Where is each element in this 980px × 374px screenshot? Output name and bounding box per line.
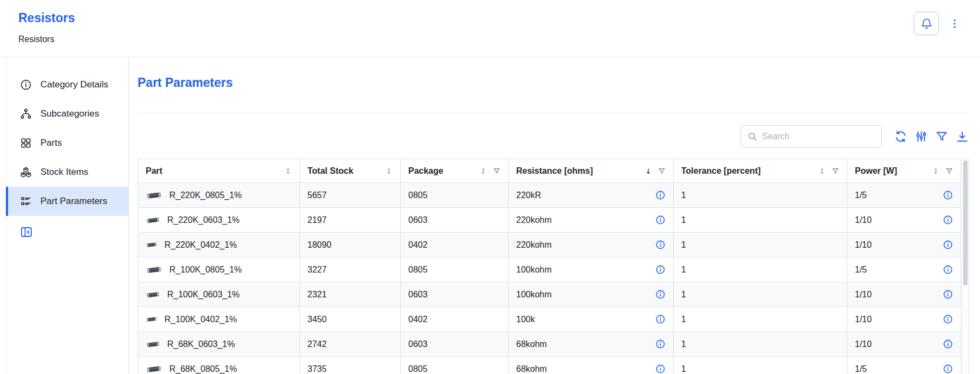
info-circle-icon[interactable] [943, 314, 953, 324]
part-name: R_100K_0402_1% [165, 315, 237, 324]
part-name: R_68K_0603_1% [167, 339, 235, 349]
sidebar-item-category-details[interactable]: Category Details [6, 70, 128, 99]
info-circle-icon[interactable] [655, 240, 666, 250]
cell-part: R_68K_0805_1% [138, 357, 300, 374]
page-header-left: Resistors Resistors [18, 11, 75, 57]
cell-tolerance: 1 [674, 257, 847, 282]
cell-resistance: 100kohm [509, 282, 674, 307]
overflow-menu-button[interactable] [949, 12, 961, 35]
cell-part: R_220K_0402_1% [138, 233, 300, 257]
sort-icon[interactable] [479, 167, 487, 175]
package-value: 0603 [408, 290, 428, 299]
download-button[interactable] [955, 130, 969, 144]
info-circle-icon[interactable] [655, 314, 666, 324]
info-circle-icon[interactable] [943, 190, 953, 200]
column-header-tolerance-percent[interactable]: Tolerance [percent] [674, 159, 847, 183]
collapse-sidebar-button[interactable] [20, 226, 33, 240]
cell-total-stock: 2742 [300, 332, 401, 357]
search-input[interactable] [762, 132, 875, 141]
cell-part: R_220K_0805_1% [138, 183, 300, 208]
table-row[interactable]: R_100K_0805_1%32270805100kohm11/5 [138, 257, 961, 282]
cell-power: 1/5 [847, 257, 961, 282]
info-circle-icon[interactable] [943, 264, 953, 275]
table-row[interactable]: R_100K_0603_1%23210603100kohm11/10 [138, 282, 961, 307]
cell-total-stock: 3450 [300, 307, 401, 332]
table-row[interactable]: R_68K_0805_1%3735080568kohm11/5 [138, 357, 961, 374]
tolerance-value: 1 [681, 315, 686, 324]
table-scrollbar[interactable] [962, 159, 969, 374]
collapse-panel-icon [20, 226, 33, 239]
info-circle-icon[interactable] [943, 364, 953, 374]
column-filter-icon[interactable] [832, 167, 839, 175]
cell-package: 0805 [401, 257, 509, 282]
info-circle-icon[interactable] [655, 215, 666, 225]
sidebar-item-label: Subcategories [40, 108, 99, 119]
sidebar-item-parts[interactable]: Parts [6, 128, 128, 158]
column-filter-icon[interactable] [493, 167, 501, 175]
info-circle-icon[interactable] [943, 215, 953, 225]
cell-tolerance: 1 [674, 233, 847, 257]
info-circle-icon[interactable] [943, 240, 953, 250]
page-header-actions [914, 12, 961, 57]
tolerance-value: 1 [681, 290, 686, 299]
total-stock-value: 3450 [307, 315, 327, 324]
column-header-resistance-ohms[interactable]: Resistance [ohms] [509, 159, 674, 183]
table-scrollbar-thumb[interactable] [963, 160, 968, 285]
column-header-part[interactable]: Part [138, 159, 300, 183]
refresh-button[interactable] [894, 130, 908, 144]
info-circle-icon[interactable] [655, 364, 666, 374]
info-circle-icon[interactable] [655, 339, 666, 349]
info-circle-icon[interactable] [655, 289, 666, 300]
power-value: 1/10 [855, 240, 872, 250]
cell-package: 0805 [401, 357, 509, 374]
cell-package: 0805 [401, 183, 509, 208]
power-value: 1/5 [855, 191, 867, 200]
filter-button[interactable] [935, 130, 949, 144]
cell-resistance: 220kohm [509, 233, 674, 257]
cell-package: 0603 [401, 282, 509, 307]
package-value: 0805 [408, 265, 428, 274]
sort-icon[interactable] [818, 167, 826, 175]
main-content: Part Parameters PartTotal StockPackageRe… [129, 57, 980, 373]
column-header-package[interactable]: Package [401, 159, 509, 183]
total-stock-value: 3227 [307, 265, 327, 274]
column-filter-icon[interactable] [658, 167, 666, 175]
table-row[interactable]: R_100K_0402_1%34500402100k11/10 [138, 307, 961, 332]
cell-total-stock: 3227 [300, 257, 401, 282]
table-row[interactable]: R_220K_0402_1%180900402220kohm11/10 [138, 233, 961, 257]
info-circle-icon[interactable] [943, 289, 953, 300]
power-value: 1/10 [855, 339, 872, 349]
power-value: 1/10 [855, 290, 872, 300]
sort-icon[interactable] [284, 167, 292, 175]
sidebar-item-part-parameters[interactable]: Part Parameters [6, 187, 128, 216]
part-name: R_220K_0402_1% [165, 240, 237, 250]
cell-total-stock: 2197 [300, 208, 401, 233]
part-thumbnail-icon [146, 340, 160, 349]
sidebar-item-subcategories[interactable]: Subcategories [6, 99, 128, 128]
table-header-row: PartTotal StockPackageResistance [ohms]T… [138, 159, 961, 183]
column-filter-icon[interactable] [945, 167, 953, 175]
cell-power: 1/10 [847, 233, 961, 257]
table-row[interactable]: R_68K_0603_1%2742060368kohm11/10 [138, 332, 961, 357]
column-settings-button[interactable] [914, 130, 928, 144]
sort-desc-icon[interactable] [645, 167, 652, 175]
tolerance-value: 1 [681, 364, 686, 373]
column-header-power-w[interactable]: Power [W] [847, 159, 961, 183]
column-label: Total Stock [307, 166, 353, 176]
info-circle-icon[interactable] [655, 190, 666, 200]
part-name: R_220K_0603_1% [167, 215, 239, 225]
sidebar-item-stock-items[interactable]: Stock Items [6, 158, 128, 187]
table-row[interactable]: R_220K_0805_1%56570805220kR11/5 [138, 183, 961, 208]
resistance-value: 100kohm [516, 265, 552, 275]
table-row[interactable]: R_220K_0603_1%21970603220kohm11/10 [138, 208, 961, 233]
info-circle-icon[interactable] [943, 339, 953, 349]
kebab-menu-icon [949, 18, 960, 29]
column-header-total-stock[interactable]: Total Stock [300, 159, 401, 183]
total-stock-value: 2742 [307, 339, 327, 349]
sort-icon[interactable] [932, 167, 940, 175]
sort-icon[interactable] [385, 167, 393, 175]
notifications-button[interactable] [914, 12, 939, 35]
package-value: 0402 [408, 315, 428, 324]
info-circle-icon[interactable] [655, 264, 666, 275]
search-box[interactable] [741, 125, 882, 148]
